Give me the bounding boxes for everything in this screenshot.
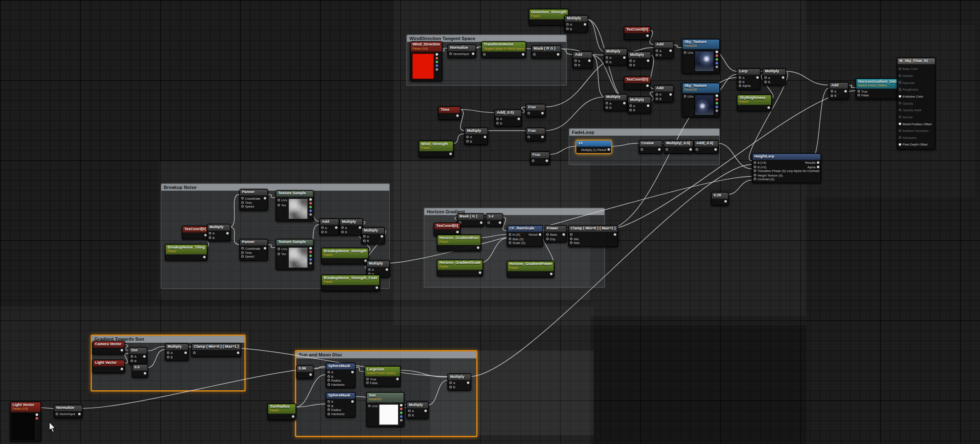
output-pin[interactable] (144, 372, 146, 375)
node-header[interactable]: Mask ( R G ) (532, 45, 561, 52)
node-header[interactable]: Texture Sample (276, 239, 314, 246)
node-spheremask[interactable]: SphereMaskABRadiusHardness (326, 363, 356, 388)
input-pin[interactable]: B (830, 94, 836, 98)
input-pin[interactable] (696, 148, 698, 151)
node-header[interactable]: Time (439, 107, 460, 113)
pin-dot[interactable] (739, 85, 741, 87)
pin-dot[interactable] (570, 237, 573, 240)
output-pin[interactable] (400, 408, 403, 410)
node-header[interactable]: Lerp (737, 69, 760, 75)
pin-dot[interactable] (528, 136, 530, 138)
pin-dot[interactable] (518, 118, 520, 120)
node-header[interactable]: Cosine (639, 141, 661, 147)
input-pin[interactable]: B (466, 139, 472, 143)
pin-dot[interactable] (539, 234, 541, 236)
pin-dot[interactable] (368, 268, 371, 271)
node-spheremask[interactable]: SphereMaskABRadiusHardness (326, 392, 356, 418)
node-header[interactable]: Add (829, 83, 848, 89)
pin-dot[interactable] (716, 98, 718, 100)
pin-dot[interactable] (36, 417, 38, 419)
pin-dot[interactable] (496, 118, 499, 120)
input-pin[interactable]: Tex (278, 203, 287, 207)
input-pin[interactable]: Emissive Color (899, 94, 923, 98)
pin-dot[interactable] (716, 109, 718, 112)
pin-dot[interactable] (328, 408, 330, 411)
node-header[interactable]: 0.96 (297, 366, 313, 372)
pin-dot[interactable] (716, 94, 718, 97)
input-pin[interactable]: Speed (241, 255, 254, 258)
pin-dot[interactable] (278, 253, 280, 255)
node-header[interactable]: Multiply (448, 374, 471, 380)
node-header[interactable]: Clamp ( Min=0 ) ( Max=1 ) (192, 344, 240, 350)
output-pin[interactable] (351, 371, 354, 373)
pin-dot[interactable] (466, 140, 469, 142)
input-pin[interactable]: A (328, 400, 333, 403)
input-pin[interactable] (528, 112, 530, 115)
node-header[interactable]: HorizonGradient_DebugSwitch Param (Stati… (856, 79, 903, 88)
pin-dot[interactable] (264, 247, 266, 250)
pin-dot[interactable] (193, 352, 195, 354)
output-pin[interactable] (309, 258, 312, 261)
node-wind-direction[interactable]: Wind_DirectionParam (V3) (410, 41, 442, 81)
pin-dot[interactable] (385, 268, 388, 271)
node-header[interactable]: BreakupNoise_StrengthParam (322, 248, 368, 258)
pin-dot[interactable] (335, 227, 338, 229)
pin-dot[interactable] (716, 65, 718, 68)
pin-dot[interactable] (566, 23, 569, 26)
input-pin[interactable]: Coordinate (241, 196, 260, 200)
input-pin[interactable] (641, 148, 643, 151)
input-pin[interactable]: Bias (S) (509, 237, 523, 241)
pin-dot[interactable] (121, 349, 123, 351)
node-header[interactable]: Multiply (628, 97, 650, 103)
output-pin[interactable] (467, 382, 469, 384)
node-header[interactable]: Texture Sample (276, 191, 314, 197)
input-pin[interactable]: Time (241, 251, 252, 254)
pin-dot[interactable] (366, 382, 369, 384)
pin-dot[interactable] (400, 419, 403, 421)
output-pin[interactable] (121, 349, 123, 351)
pin-dot[interactable] (899, 136, 901, 138)
node-frac[interactable]: Frac (526, 104, 545, 117)
node-header[interactable]: Multiply (604, 49, 627, 55)
pin-dot[interactable] (669, 50, 672, 52)
pin-dot[interactable] (509, 234, 511, 236)
node-header[interactable]: M_Sky_Flow_01 (897, 58, 935, 64)
input-pin[interactable]: A (209, 232, 214, 235)
output-pin[interactable] (716, 94, 718, 97)
input-pin[interactable]: Min (570, 237, 579, 241)
node-header[interactable]: 1-x (486, 214, 502, 220)
node-header[interactable]: Sky_TextureParam2D (683, 83, 720, 93)
output-pin[interactable] (435, 60, 438, 63)
pin-dot[interactable] (532, 160, 534, 162)
pin-dot[interactable] (341, 227, 344, 229)
node-header[interactable]: Multiply (465, 128, 487, 134)
pin-dot[interactable] (641, 148, 643, 151)
node-header[interactable]: TexCoord[0] (434, 223, 460, 229)
node-header[interactable]: Add( ,0.5) (695, 141, 718, 147)
pin-dot[interactable] (456, 115, 459, 117)
pin-dot[interactable] (830, 90, 833, 93)
input-pin[interactable]: False (366, 381, 378, 385)
pin-dot[interactable] (36, 413, 38, 415)
input-pin[interactable]: A (629, 59, 635, 63)
output-pin[interactable] (400, 419, 403, 421)
pin-dot[interactable] (899, 108, 901, 111)
pin-dot[interactable] (570, 241, 573, 244)
output-pin[interactable] (385, 268, 388, 271)
pin-dot[interactable] (588, 60, 590, 62)
output-pin[interactable] (435, 68, 438, 70)
node-header[interactable]: 0.29 (712, 193, 728, 199)
pin-dot[interactable] (435, 57, 438, 59)
node-header[interactable]: Multiply (763, 69, 785, 75)
node-header[interactable]: Frac (530, 152, 549, 158)
pin-dot[interactable] (724, 200, 727, 203)
input-pin[interactable]: B (606, 105, 611, 109)
pin-dot[interactable] (606, 60, 608, 63)
node-sky-texture[interactable]: Sky_TextureParam2DUVs (682, 39, 720, 74)
pin-dot[interactable] (646, 85, 649, 87)
input-pin[interactable]: Height Texture (S) (754, 173, 783, 177)
input-pin[interactable]: A (321, 226, 327, 229)
pin-dot[interactable] (899, 74, 901, 76)
output-pin[interactable] (623, 102, 626, 105)
node-horizon-gradientbias[interactable]: Horizon_GradientBiasParam (437, 234, 481, 251)
